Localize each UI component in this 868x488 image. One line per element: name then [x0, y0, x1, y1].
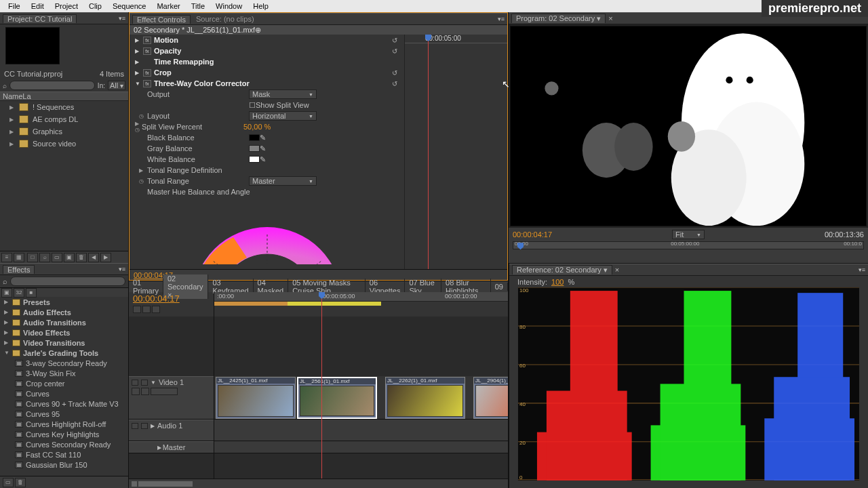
- menu-clip[interactable]: Clip: [83, 2, 107, 10]
- search-icon[interactable]: ⌕: [3, 82, 7, 89]
- reference-tab[interactable]: Reference: 02 Secondary ▾: [512, 265, 612, 274]
- reset-icon[interactable]: ↺: [392, 47, 397, 55]
- effects-tab[interactable]: Effects: [3, 265, 35, 274]
- list-view-button[interactable]: ≡: [1, 253, 12, 262]
- program-current-tc[interactable]: 00:00:04:17: [513, 230, 552, 239]
- effect-preset[interactable]: Curves Highlight Roll-off: [0, 419, 128, 429]
- panel-menu-icon[interactable]: ▾≡: [119, 15, 125, 22]
- marker-button[interactable]: [142, 306, 151, 313]
- effect-time-remap[interactable]: ▶Time Remapping: [130, 56, 404, 67]
- panel-menu-icon[interactable]: ▾≡: [498, 16, 505, 22]
- program-scrubber[interactable]: 00:00 00:05:00:00 00:10:0: [513, 241, 864, 249]
- effect-preset[interactable]: Gaussian Blur 150: [0, 460, 128, 470]
- timeline-clip[interactable]: JL__2262(1)_01.mxf: [385, 377, 465, 419]
- eyedrop-icon[interactable]: ✎: [260, 144, 266, 153]
- effects-folder[interactable]: ▶Presets: [0, 297, 128, 307]
- output-dropdown[interactable]: Mask▼: [249, 89, 317, 99]
- effect-preset[interactable]: Crop center: [0, 378, 128, 388]
- effects-folder[interactable]: ▶Audio Effects: [0, 307, 128, 317]
- search-icon[interactable]: ⌕: [3, 277, 7, 285]
- intensity-value[interactable]: 100: [551, 278, 564, 286]
- effect-preset[interactable]: Curves Key Highlights: [0, 429, 128, 439]
- menu-project[interactable]: Project: [50, 2, 83, 10]
- settings-button[interactable]: [152, 306, 160, 313]
- anim-icon[interactable]: ◷: [139, 113, 143, 119]
- gray-swatch[interactable]: [249, 145, 260, 152]
- effect-preset[interactable]: Curves Secondary Ready: [0, 439, 128, 449]
- master-track-header[interactable]: ▶Master: [129, 441, 214, 453]
- find-button[interactable]: ⌕: [39, 253, 50, 262]
- menu-file[interactable]: File: [3, 2, 26, 10]
- layout-dropdown[interactable]: Horizontal▼: [249, 111, 317, 121]
- new-bin-button[interactable]: ▭: [3, 478, 14, 487]
- effect-motion[interactable]: ▶fxMotion↺: [130, 35, 404, 45]
- panel-menu-icon[interactable]: ▾≡: [859, 266, 865, 273]
- timeline-clip[interactable]: JL__2904(1)_01.mxf: [473, 377, 508, 419]
- new-bin-button[interactable]: ▭: [52, 253, 62, 262]
- timeline-zoom-bar[interactable]: [129, 479, 508, 488]
- close-icon[interactable]: ×: [608, 14, 612, 22]
- timeline-playhead-tc[interactable]: 00:00:04:17: [133, 293, 210, 304]
- tonal-range-dropdown[interactable]: Master▼: [249, 176, 317, 186]
- pin-icon[interactable]: ⊕: [255, 26, 261, 35]
- seq-tab[interactable]: 09: [491, 283, 508, 291]
- video-track-header[interactable]: ▼Video 1: [129, 376, 214, 420]
- menu-marker[interactable]: Marker: [151, 2, 185, 10]
- anim-icon[interactable]: ◷: [139, 178, 143, 184]
- snap-button[interactable]: [133, 306, 141, 313]
- project-tab[interactable]: Project: CC Tutorial: [3, 14, 77, 23]
- effect-preset[interactable]: 3-way Secondary Ready: [0, 358, 128, 368]
- timeline-clip[interactable]: JL__2561(1)_01.mxf: [297, 377, 377, 419]
- split-pct-value[interactable]: 50,00 %: [243, 123, 271, 131]
- eyedrop-icon[interactable]: ✎: [260, 134, 266, 142]
- bin-item[interactable]: ▶AE comps DL: [0, 113, 128, 125]
- col-label[interactable]: La: [22, 92, 31, 100]
- menu-title[interactable]: Title: [186, 2, 210, 10]
- fx-yuv-button[interactable]: ■: [26, 288, 37, 298]
- fit-dropdown[interactable]: Fit▼: [672, 230, 705, 239]
- delete-button[interactable]: 🗑: [15, 478, 26, 487]
- new-item-button[interactable]: ▣: [64, 253, 75, 262]
- menu-sequence[interactable]: Sequence: [107, 2, 152, 10]
- audio-track-header[interactable]: ▶Audio 1: [129, 420, 214, 441]
- bin-item[interactable]: ▶Source video: [0, 138, 128, 150]
- bin-item[interactable]: ▶Graphics: [0, 125, 128, 138]
- effects-folder[interactable]: ▶Video Effects: [0, 327, 128, 338]
- project-search-input[interactable]: [9, 81, 95, 90]
- menu-edit[interactable]: Edit: [26, 2, 50, 10]
- timeline-ruler[interactable]: :00:00 00:00:05:00 00:00:10:00 00:00:1: [214, 292, 508, 317]
- next-button[interactable]: ▶: [100, 253, 111, 262]
- effects-folder-open[interactable]: ▼Jarle's Grading Tools: [0, 348, 128, 358]
- effect-preset[interactable]: Fast CC Sat 110: [0, 449, 128, 460]
- prev-button[interactable]: ◀: [88, 253, 99, 262]
- effects-folder[interactable]: ▶Video Transitions: [0, 338, 128, 348]
- program-monitor[interactable]: [510, 26, 867, 226]
- program-tab[interactable]: Program: 02 Secondary ▾: [511, 14, 606, 23]
- fx-32-button[interactable]: 32: [14, 288, 24, 298]
- reset-icon[interactable]: ↺: [392, 69, 397, 77]
- ec-playhead[interactable]: [428, 35, 429, 269]
- effect-controls-tab[interactable]: Effect Controls: [132, 15, 191, 24]
- in-dropdown[interactable]: All ▾: [108, 81, 125, 90]
- timeline-clip[interactable]: JL__2425(1)_01.mxf: [216, 377, 296, 419]
- black-swatch[interactable]: [249, 134, 260, 141]
- rgb-parade-scope[interactable]: 100 80 60 40 20 0: [517, 287, 860, 481]
- bin-item[interactable]: ▶! Sequences: [0, 101, 128, 113]
- effect-preset[interactable]: 3-Way Skin Fix: [0, 368, 128, 378]
- effect-three-way-cc[interactable]: ▼fxThree-Way Color Corrector↺: [130, 78, 404, 89]
- effect-preset[interactable]: Curves 90 + Track Matte V3: [0, 399, 128, 409]
- effect-preset[interactable]: Curves: [0, 388, 128, 399]
- close-icon[interactable]: ×: [615, 266, 619, 274]
- show-split-checkbox[interactable]: ☐: [249, 101, 256, 110]
- effects-search-input[interactable]: [10, 277, 125, 286]
- panel-menu-icon[interactable]: ▾≡: [119, 266, 125, 272]
- menu-help[interactable]: Help: [248, 2, 274, 10]
- reset-icon[interactable]: ↺: [392, 37, 397, 44]
- effect-crop[interactable]: ▶fxCrop↺: [130, 67, 404, 78]
- icon-view-button[interactable]: ▦: [14, 253, 24, 262]
- timeline-playhead[interactable]: [321, 292, 322, 317]
- effect-preset[interactable]: Curves 95: [0, 409, 128, 419]
- hue-wheel[interactable]: [165, 200, 369, 264]
- white-swatch[interactable]: [249, 156, 260, 163]
- effects-folder[interactable]: ▶Audio Transitions: [0, 317, 128, 327]
